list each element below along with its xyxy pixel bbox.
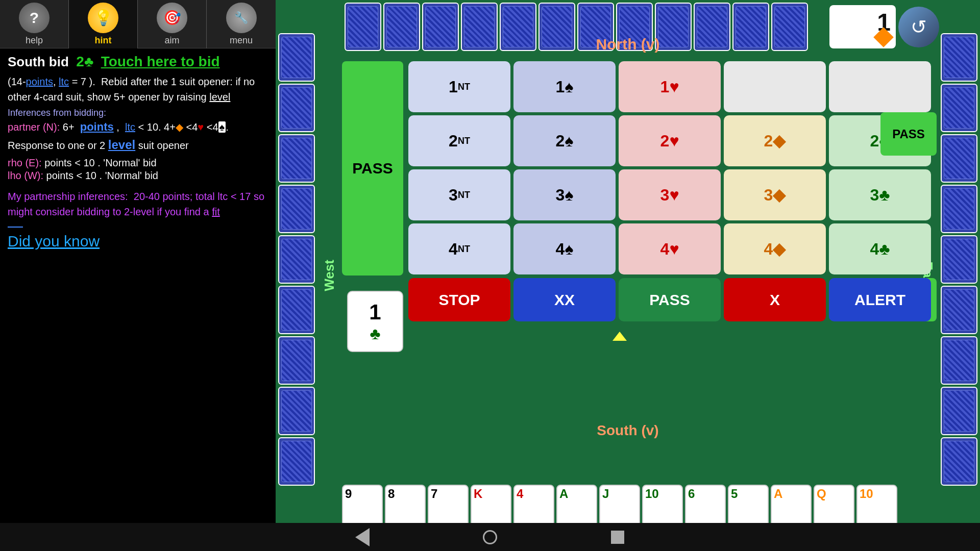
x-button[interactable]: X bbox=[724, 278, 826, 321]
card-back bbox=[941, 134, 977, 183]
bid-2spade[interactable]: 2♠ bbox=[513, 115, 616, 166]
home-icon bbox=[483, 530, 497, 544]
bid-3spade[interactable]: 3♠ bbox=[513, 169, 616, 220]
card-back bbox=[383, 3, 420, 51]
bid-2heart[interactable]: 2♥ bbox=[619, 115, 721, 166]
alert-button[interactable]: ALERT bbox=[829, 278, 931, 321]
card-back bbox=[345, 3, 381, 51]
south-bid-line: South bid 2♣ Touch here to bid bbox=[8, 54, 268, 70]
response-line: Response to one or 2 level suit opener bbox=[8, 136, 268, 154]
card-back bbox=[278, 185, 315, 233]
did-you-know-link[interactable]: Did you know bbox=[8, 233, 268, 250]
bid-4spade[interactable]: 4♠ bbox=[513, 223, 616, 274]
toolbar: ? help 💡 hint 🎯 aim 🔧 menu bbox=[0, 0, 276, 48]
card-back bbox=[941, 387, 977, 435]
partner-line: partner (N): 6+ points , ltc < 10. 4+◆ <… bbox=[8, 120, 268, 134]
aim-icon: 🎯 bbox=[157, 3, 187, 33]
west-label: West bbox=[322, 260, 337, 291]
recents-button[interactable] bbox=[605, 527, 630, 547]
bid-4diamond[interactable]: 4◆ bbox=[724, 223, 826, 274]
card-back bbox=[771, 3, 808, 51]
bid-3heart[interactable]: 3♥ bbox=[619, 169, 721, 220]
card-back bbox=[278, 235, 315, 284]
card-back bbox=[500, 3, 536, 51]
points-link[interactable]: points bbox=[26, 76, 53, 87]
pass-button[interactable]: PASS bbox=[619, 278, 721, 321]
card-back bbox=[278, 336, 315, 385]
current-bid-num: 1 bbox=[369, 300, 381, 324]
undo-button[interactable]: ↺ bbox=[898, 7, 939, 47]
bid-2nt[interactable]: 2NT bbox=[408, 115, 510, 166]
game-area: North (v) 1 ↺ West East bbox=[276, 0, 980, 551]
aim-button[interactable]: 🎯 aim bbox=[138, 0, 207, 48]
north-label: North (v) bbox=[596, 36, 660, 53]
bid-3diamond[interactable]: 3◆ bbox=[724, 169, 826, 220]
south-bid-value: 2♣ bbox=[76, 54, 93, 69]
bid-1heart[interactable]: 1♥ bbox=[619, 61, 721, 112]
lho-line: lho (W): points < 10 . 'Normal' bid bbox=[8, 170, 268, 182]
bid-3club[interactable]: 3♣ bbox=[829, 169, 931, 220]
bid-direction-arrow bbox=[612, 332, 627, 341]
bid-1spade[interactable]: 1♠ bbox=[513, 61, 616, 112]
card-back bbox=[655, 3, 692, 51]
card-back bbox=[941, 437, 977, 486]
hint-label: hint bbox=[95, 35, 112, 46]
menu-icon: 🔧 bbox=[226, 3, 257, 33]
undo-icon: ↺ bbox=[911, 16, 927, 38]
right-cards bbox=[938, 31, 980, 488]
card-back bbox=[278, 387, 315, 435]
score-display: 1 bbox=[829, 5, 896, 48]
card-back bbox=[422, 3, 459, 51]
touch-here-link[interactable]: Touch here to bid bbox=[101, 54, 220, 69]
bid-4nt[interactable]: 4NT bbox=[408, 223, 510, 274]
hint-icon: 💡 bbox=[88, 3, 118, 33]
pass-right-1-label: PASS bbox=[892, 127, 925, 141]
ltc-link2[interactable]: ltc bbox=[125, 121, 135, 133]
action-buttons: STOP XX PASS X ALERT bbox=[408, 278, 931, 321]
partnership-line: My partnership inferences: 20-40 points;… bbox=[8, 189, 268, 219]
pass-right-1[interactable]: PASS bbox=[880, 112, 937, 156]
card-back bbox=[278, 286, 315, 334]
aim-label: aim bbox=[164, 35, 179, 46]
recents-icon bbox=[611, 531, 624, 544]
card-back bbox=[461, 3, 498, 51]
pass-left-button[interactable]: PASS bbox=[342, 61, 403, 276]
xx-button[interactable]: XX bbox=[513, 278, 616, 321]
south-label: South (v) bbox=[597, 422, 658, 439]
card-back bbox=[941, 185, 977, 233]
current-bid-suit: ♣ bbox=[370, 324, 381, 343]
card-back bbox=[732, 3, 769, 51]
points-link2[interactable]: points bbox=[80, 120, 114, 133]
help-icon: ? bbox=[19, 3, 50, 33]
bid-2diamond[interactable]: 2◆ bbox=[724, 115, 826, 166]
rho-line: rho (E): points < 10 . 'Normal' bid bbox=[8, 157, 268, 169]
bid-empty-2 bbox=[829, 61, 931, 112]
card-back bbox=[278, 33, 315, 82]
menu-label: menu bbox=[230, 35, 253, 46]
score-panel: 1 ↺ bbox=[829, 5, 939, 48]
card-back bbox=[941, 286, 977, 334]
bid-4club[interactable]: 4♣ bbox=[829, 223, 931, 274]
card-back bbox=[941, 84, 977, 132]
stop-button[interactable]: STOP bbox=[408, 278, 510, 321]
top-cards bbox=[342, 0, 811, 54]
bid-1nt[interactable]: 1NT bbox=[408, 61, 510, 112]
bid-4heart[interactable]: 4♥ bbox=[619, 223, 721, 274]
back-button[interactable] bbox=[350, 527, 375, 547]
help-button[interactable]: ? help bbox=[0, 0, 69, 48]
back-icon bbox=[355, 528, 370, 546]
home-button[interactable] bbox=[477, 527, 503, 547]
hint-button[interactable]: 💡 hint bbox=[69, 0, 138, 48]
bid-empty-1 bbox=[724, 61, 826, 112]
ltc-link[interactable]: ltc bbox=[59, 76, 69, 87]
detail-text: (14-points, ltc = 7 ). Rebid after the 1… bbox=[8, 74, 268, 105]
bid-grid: 1NT 1♠ 1♥ 2NT 2♠ 2♥ 2◆ 2♣ 3NT 3♠ 3♥ 3◆ 3… bbox=[408, 61, 931, 274]
help-label: help bbox=[26, 35, 43, 46]
south-bid-prefix: South bid bbox=[8, 54, 69, 69]
card-back bbox=[278, 134, 315, 183]
card-back bbox=[278, 84, 315, 132]
card-back bbox=[941, 235, 977, 284]
menu-button[interactable]: 🔧 menu bbox=[207, 0, 276, 48]
bid-3nt[interactable]: 3NT bbox=[408, 169, 510, 220]
left-cards bbox=[276, 31, 317, 488]
